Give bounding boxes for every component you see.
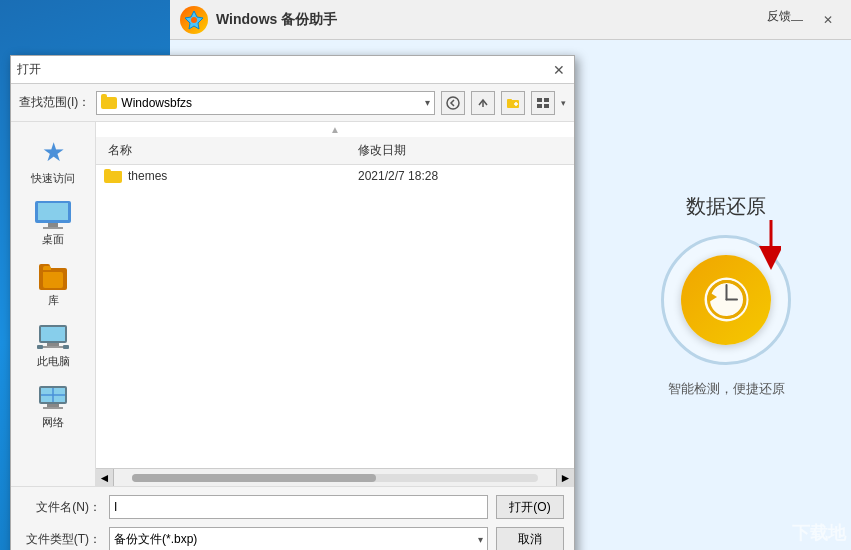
svg-rect-25 (47, 343, 59, 346)
toolbar-new-folder-button[interactable] (501, 91, 525, 115)
filename-label: 文件名(N)： (21, 499, 101, 516)
filename-row: 文件名(N)： 打开(O) (21, 495, 564, 519)
svg-rect-27 (37, 345, 43, 349)
dialog-content: ★ 快速访问 桌面 (11, 122, 574, 486)
file-list-scrollbar[interactable]: ◄ ► (96, 468, 574, 486)
restore-subtitle: 智能检测，便捷还原 (668, 380, 785, 398)
bg-titlebar-left: Windows 备份助手 (180, 6, 337, 34)
svg-rect-21 (48, 223, 58, 227)
sidebar-item-quick-access[interactable]: ★ 快速访问 (11, 132, 95, 191)
library-icon (35, 262, 71, 290)
bg-title: Windows 备份助手 (216, 11, 337, 29)
file-list-panel: ▲ 名称 修改日期 themes 2021/2/7 18:28 (96, 122, 574, 486)
sidebar-panel: ★ 快速访问 桌面 (11, 122, 96, 486)
hscroll-track (132, 474, 538, 482)
new-folder-icon (506, 96, 520, 110)
table-row[interactable]: themes 2021/2/7 18:28 (96, 165, 574, 187)
scroll-right-button[interactable]: ► (556, 469, 574, 487)
scroll-hint: ▲ (96, 122, 574, 137)
app-icon (180, 6, 208, 34)
filetype-row: 文件类型(T)： 备份文件(*.bxp) ▾ 取消 (21, 527, 564, 550)
filetype-arrow-icon: ▾ (478, 534, 483, 545)
file-date: 2021/2/7 18:28 (358, 169, 506, 183)
restore-section: 数据还原 (661, 193, 791, 398)
svg-rect-12 (507, 99, 512, 102)
combo-arrow-icon: ▾ (425, 97, 430, 108)
computer-icon (35, 323, 71, 351)
filetype-combo[interactable]: 备份文件(*.bxp) ▾ (109, 527, 488, 550)
scroll-left-button[interactable]: ◄ (96, 469, 114, 487)
view-icon (536, 96, 550, 110)
close-bg-button[interactable]: ✕ (815, 11, 841, 29)
col-type-header (506, 149, 566, 153)
svg-point-9 (447, 97, 459, 109)
desktop-icon (35, 201, 71, 229)
up-icon (476, 96, 490, 110)
network-icon (35, 384, 71, 412)
svg-rect-15 (537, 98, 542, 102)
filetype-label: 文件类型(T)： (21, 531, 101, 548)
sidebar-label-quick-access: 快速访问 (31, 171, 75, 186)
folder-icon-combo (101, 97, 117, 109)
filename-input[interactable] (109, 495, 488, 519)
dialog-title: 打开 (17, 61, 41, 78)
file-name: themes (128, 169, 358, 183)
sidebar-label-network: 网络 (42, 415, 64, 430)
open-button[interactable]: 打开(O) (496, 495, 564, 519)
folder-icon (104, 169, 122, 183)
restore-clock-icon (699, 272, 754, 327)
watermark: 下载地 (792, 521, 846, 545)
dialog-toolbar: 查找范围(I)： Windowsbfzs ▾ (11, 84, 574, 122)
toolbar-view-button[interactable] (531, 91, 555, 115)
search-scope-label: 查找范围(I)： (19, 94, 90, 111)
svg-rect-16 (544, 98, 549, 102)
col-date-header: 修改日期 (354, 140, 506, 161)
svg-rect-26 (43, 346, 63, 348)
hscroll-thumb (132, 474, 376, 482)
bg-titlebar: Windows 备份助手 反馈 — ✕ (170, 0, 851, 40)
sidebar-item-thispc[interactable]: 此电脑 (11, 318, 95, 374)
svg-rect-32 (43, 407, 63, 409)
combo-value-container: Windowsbfzs (101, 96, 192, 110)
folder-body (104, 171, 122, 183)
bg-title-controls: 反馈 — ✕ (783, 11, 841, 29)
svg-rect-20 (38, 203, 68, 220)
restore-icon-container (661, 235, 791, 365)
svg-rect-18 (544, 104, 549, 108)
file-open-dialog: 打开 ✕ 查找范围(I)： Windowsbfzs ▾ (10, 55, 575, 550)
sidebar-item-network[interactable]: 网络 (11, 379, 95, 435)
back-icon (446, 96, 460, 110)
file-list-body: themes 2021/2/7 18:28 (96, 165, 574, 468)
toolbar-up-button[interactable] (471, 91, 495, 115)
svg-rect-24 (41, 327, 65, 341)
sidebar-item-library[interactable]: 库 (11, 257, 95, 313)
cancel-button[interactable]: 取消 (496, 527, 564, 550)
feedback-button[interactable]: 反馈 (767, 8, 791, 25)
svg-point-1 (191, 17, 197, 23)
sidebar-item-desktop[interactable]: 桌面 (11, 196, 95, 252)
svg-rect-22 (43, 227, 63, 229)
dialog-close-button[interactable]: ✕ (550, 61, 568, 79)
dialog-bottom: 文件名(N)： 打开(O) 文件类型(T)： 备份文件(*.bxp) ▾ 取消 (11, 486, 574, 550)
dialog-titlebar: 打开 ✕ (11, 56, 574, 84)
file-list-header: 名称 修改日期 (96, 137, 574, 165)
sidebar-label-desktop: 桌面 (42, 232, 64, 247)
current-folder-text: Windowsbfzs (121, 96, 192, 110)
search-scope-combo[interactable]: Windowsbfzs ▾ (96, 91, 435, 115)
svg-rect-28 (63, 345, 69, 349)
sidebar-label-library: 库 (48, 293, 59, 308)
col-name-header: 名称 (104, 140, 354, 161)
view-dropdown-arrow: ▾ (561, 98, 566, 108)
sidebar-label-thispc: 此电脑 (37, 354, 70, 369)
toolbar-back-button[interactable] (441, 91, 465, 115)
star-icon: ★ (42, 137, 65, 168)
svg-rect-31 (47, 404, 59, 407)
red-arrow-icon (751, 220, 781, 270)
filetype-value-text: 备份文件(*.bxp) (114, 531, 197, 548)
restore-title: 数据还原 (686, 193, 766, 220)
svg-rect-17 (537, 104, 542, 108)
